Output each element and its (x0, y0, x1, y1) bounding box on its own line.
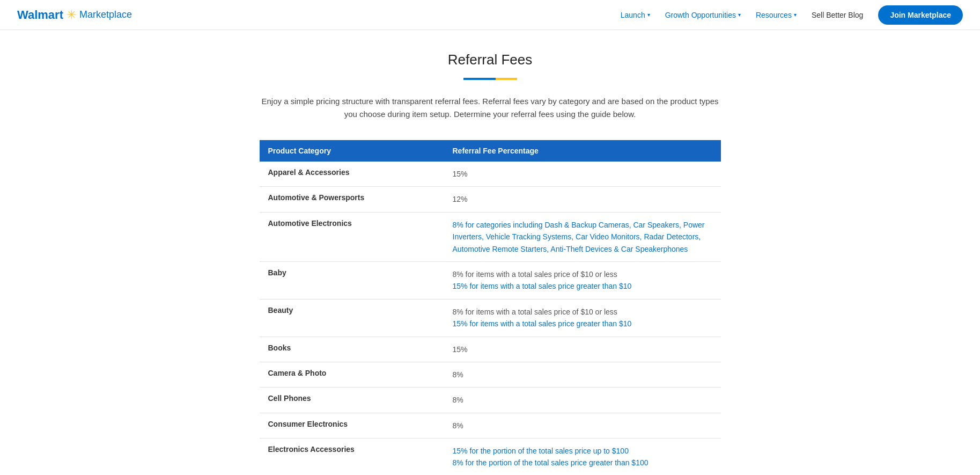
logo-marketplace-text: Marketplace (79, 9, 132, 20)
table-cell-category: Automotive Electronics (260, 212, 444, 261)
chevron-down-icon: ▾ (647, 12, 650, 18)
fee-text: 12% (453, 193, 712, 205)
chevron-down-icon: ▾ (738, 12, 741, 18)
chevron-down-icon: ▾ (794, 12, 797, 18)
intro-paragraph: Enjoy a simple pricing structure with tr… (260, 95, 721, 121)
table-row: Camera & Photo8% (260, 362, 721, 387)
join-marketplace-button[interactable]: Join Marketplace (878, 5, 963, 25)
fee-text: 15% (453, 344, 712, 355)
logo-walmart-text: Walmart (17, 8, 63, 22)
divider-blue (463, 78, 496, 80)
fee-text: 8% for categories including Dash & Backu… (453, 219, 712, 255)
page-title: Referral Fees (260, 52, 721, 68)
fee-text: 8% for items with a total sales price of… (453, 268, 712, 280)
nav-growth-opportunities[interactable]: Growth Opportunities ▾ (665, 11, 741, 19)
table-row: Electronics Accessories15% for the porti… (260, 439, 721, 475)
table-cell-category: Camera & Photo (260, 362, 444, 387)
nav-launch-label: Launch (621, 11, 645, 19)
col-header-fee: Referral Fee Percentage (444, 140, 721, 162)
table-header-row: Product Category Referral Fee Percentage (260, 140, 721, 162)
title-divider (260, 78, 721, 80)
table-header: Product Category Referral Fee Percentage (260, 140, 721, 162)
table-body: Apparel & Accessories15%Automotive & Pow… (260, 162, 721, 475)
table-cell-fee: 15% for the portion of the total sales p… (444, 439, 721, 475)
fee-text: 15% for items with a total sales price g… (453, 318, 712, 330)
main-nav: Launch ▾ Growth Opportunities ▾ Resource… (621, 5, 963, 25)
nav-sell-better-blog[interactable]: Sell Better Blog (812, 11, 864, 19)
logo: Walmart ✳ Marketplace (17, 8, 132, 22)
fee-text: 8% for items with a total sales price of… (453, 306, 712, 318)
table-cell-category: Consumer Electronics (260, 413, 444, 438)
table-cell-category: Apparel & Accessories (260, 162, 444, 187)
table-cell-fee: 8% (444, 388, 721, 413)
fee-text: 8% (453, 394, 712, 406)
table-cell-category: Books (260, 337, 444, 362)
table-row: Apparel & Accessories15% (260, 162, 721, 187)
table-row: Automotive Electronics8% for categories … (260, 212, 721, 261)
table-row: Automotive & Powersports12% (260, 187, 721, 212)
table-cell-fee: 8% for items with a total sales price of… (444, 261, 721, 299)
table-cell-fee: 8% (444, 413, 721, 438)
table-cell-category: Automotive & Powersports (260, 187, 444, 212)
fee-text: 8% (453, 369, 712, 381)
table-row: Baby8% for items with a total sales pric… (260, 261, 721, 299)
fee-text: 8% (453, 420, 712, 432)
col-header-category: Product Category (260, 140, 444, 162)
table-row: Cell Phones8% (260, 388, 721, 413)
main-content: Referral Fees Enjoy a simple pricing str… (249, 30, 732, 475)
table-cell-category: Beauty (260, 299, 444, 337)
fee-text: 8% for the portion of the total sales pr… (453, 457, 712, 469)
nav-resources-label: Resources (756, 11, 792, 19)
table-cell-fee: 8% for items with a total sales price of… (444, 299, 721, 337)
table-cell-fee: 15% (444, 337, 721, 362)
table-row: Consumer Electronics8% (260, 413, 721, 438)
table-row: Beauty8% for items with a total sales pr… (260, 299, 721, 337)
table-cell-fee: 8% for categories including Dash & Backu… (444, 212, 721, 261)
table-cell-fee: 12% (444, 187, 721, 212)
site-header: Walmart ✳ Marketplace Launch ▾ Growth Op… (0, 0, 980, 30)
fee-text: 15% for items with a total sales price g… (453, 280, 712, 292)
table-cell-category: Electronics Accessories (260, 439, 444, 475)
table-cell-fee: 8% (444, 362, 721, 387)
fee-text: 15% for the portion of the total sales p… (453, 445, 712, 457)
nav-launch[interactable]: Launch ▾ (621, 11, 650, 19)
table-cell-fee: 15% (444, 162, 721, 187)
divider-yellow (496, 78, 517, 80)
fee-text: 15% (453, 168, 712, 180)
table-cell-category: Baby (260, 261, 444, 299)
table-row: Books15% (260, 337, 721, 362)
spark-icon: ✳ (67, 8, 76, 22)
referral-fee-table: Product Category Referral Fee Percentage… (260, 140, 721, 475)
nav-growth-label: Growth Opportunities (665, 11, 736, 19)
table-cell-category: Cell Phones (260, 388, 444, 413)
nav-resources[interactable]: Resources ▾ (756, 11, 797, 19)
